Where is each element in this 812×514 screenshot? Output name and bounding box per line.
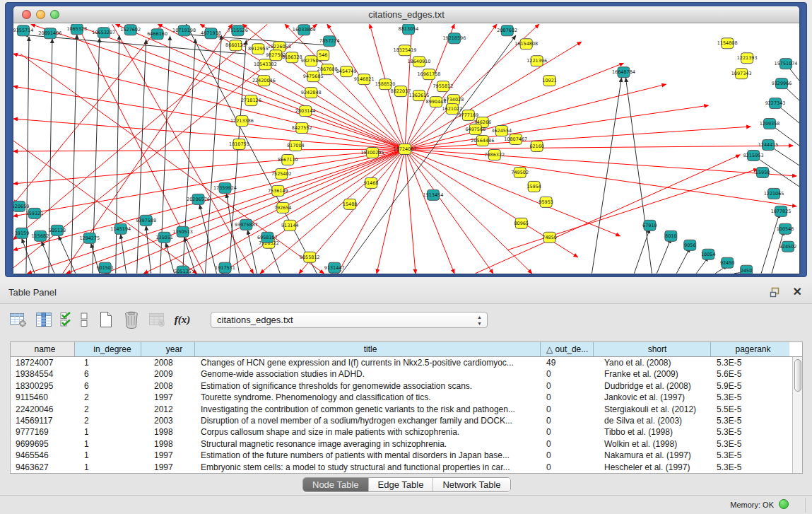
network-node[interactable]: 17359924 xyxy=(213,182,237,193)
network-node[interactable]: 100548 xyxy=(777,223,794,234)
table-row[interactable]: 969969511998Structural magnetic resonanc… xyxy=(11,438,802,450)
table-scrollbar[interactable] xyxy=(792,357,802,473)
network-node[interactable]: 2087682 xyxy=(497,25,517,36)
network-node[interactable]: 10054 xyxy=(701,249,716,259)
network-node[interactable]: 19218596 xyxy=(442,33,466,44)
table-select-dropdown[interactable]: citations_edges.txt ▲▼ xyxy=(211,312,488,328)
network-node[interactable]: 1294275 xyxy=(79,233,100,243)
network-node[interactable]: 913144 xyxy=(281,220,299,230)
network-node[interactable]: 1917531 xyxy=(215,262,235,273)
network-node[interactable]: 8813054 xyxy=(399,24,419,35)
network-node[interactable]: 8454749 xyxy=(336,66,357,77)
network-node[interactable]: 8215953 xyxy=(743,150,764,160)
network-node[interactable]: 501501 xyxy=(96,262,114,273)
network-node[interactable]: 792654 xyxy=(274,202,292,213)
network-node[interactable]: 16961758 xyxy=(417,69,440,80)
network-node[interactable]: 91468 xyxy=(364,177,379,188)
network-node[interactable]: 16648784 xyxy=(612,67,635,78)
network-node[interactable]: 20691406 xyxy=(38,28,61,39)
network-node[interactable]: 8667110 xyxy=(278,154,298,165)
network-node[interactable]: 1810755 xyxy=(229,139,249,150)
network-node[interactable]: 10653287 xyxy=(92,28,115,38)
float-panel-icon[interactable] xyxy=(769,286,781,298)
network-node[interactable]: 1077825 xyxy=(771,206,792,216)
network-node[interactable]: 15954 xyxy=(526,181,541,192)
network-node[interactable]: 9329966 xyxy=(772,78,792,89)
table-row[interactable]: 946554611997Estimation of the future num… xyxy=(11,450,802,461)
network-node[interactable]: 18640910 xyxy=(407,57,430,67)
network-node[interactable]: 1065328 xyxy=(66,24,87,35)
network-node[interactable]: 2450 xyxy=(741,265,753,274)
network-node[interactable]: 39159 xyxy=(15,228,30,238)
show-column-icon[interactable] xyxy=(34,310,54,329)
network-node[interactable]: 9355714 xyxy=(13,25,33,36)
network-node[interactable]: 1145194 xyxy=(110,223,131,234)
network-node[interactable]: 16033809 xyxy=(293,25,316,35)
network-node[interactable]: 2803144 xyxy=(295,106,316,117)
network-node[interactable]: 20206576 xyxy=(187,194,210,204)
network-node[interactable]: 8010 xyxy=(665,230,677,241)
table-row[interactable]: 2242004622012Investigating the contribut… xyxy=(11,404,802,415)
network-node[interactable]: 9227343 xyxy=(765,98,786,109)
network-node[interactable]: 749502 xyxy=(511,167,529,177)
network-node[interactable]: 1097343 xyxy=(731,69,752,79)
table-row[interactable]: 946362711997Embryonic stem cells: a mode… xyxy=(11,462,802,473)
network-node[interactable]: 115682 xyxy=(32,230,49,241)
column-header-title[interactable]: title xyxy=(195,342,541,356)
table-row[interactable]: 1830029562008Estimation of significance … xyxy=(11,380,802,392)
network-node[interactable]: 16154808 xyxy=(514,39,538,49)
column-header-in_degree[interactable]: in_degree xyxy=(75,342,141,356)
network-node[interactable]: 1221393 xyxy=(737,53,758,64)
column-header-short[interactable]: short xyxy=(594,342,711,356)
network-node[interactable]: 74850 xyxy=(542,232,557,243)
network-node[interactable]: 10719198 xyxy=(172,25,196,36)
network-window[interactable]: citations_edges.txt 18724007183002958660… xyxy=(13,6,799,274)
network-node[interactable]: 1154808 xyxy=(717,38,738,49)
column-header-year[interactable]: year xyxy=(141,342,195,356)
network-node[interactable]: 9055812 xyxy=(300,252,320,262)
table-row[interactable]: 977716911998Corpus callosum shape and si… xyxy=(11,426,802,438)
column-header-out_de[interactable]: △ out_de... xyxy=(541,342,594,356)
table-row[interactable]: 911546021997Tourette syndrome. Phenomeno… xyxy=(11,392,802,403)
tab-network-table[interactable]: Network Table xyxy=(433,478,510,491)
network-node[interactable]: 80965 xyxy=(514,218,529,228)
network-node[interactable]: 15751074 xyxy=(775,59,798,69)
network-node[interactable]: 9146821 xyxy=(354,74,375,85)
network-node[interactable]: 92450 xyxy=(720,257,735,268)
network-node[interactable]: 1244415 xyxy=(758,140,779,151)
table-scrollbar-thumb[interactable] xyxy=(794,359,801,392)
tab-node-table[interactable]: Node Table xyxy=(303,478,369,491)
network-node[interactable]: 159321 xyxy=(26,208,44,218)
network-node[interactable]: 62160 xyxy=(529,141,544,152)
network-node[interactable]: 546 xyxy=(317,50,329,61)
close-panel-icon[interactable]: ✕ xyxy=(793,285,802,298)
network-node[interactable]: 18325419 xyxy=(394,45,417,56)
network-node[interactable]: 135051 xyxy=(155,232,173,243)
network-node[interactable]: 15488 xyxy=(343,199,358,209)
function-builder-icon[interactable]: f(x) xyxy=(172,310,192,329)
network-node[interactable]: 1209358 xyxy=(760,119,780,129)
network-node[interactable]: 505138 xyxy=(49,225,66,235)
select-all-icon[interactable] xyxy=(59,310,72,329)
network-node[interactable]: 2718126 xyxy=(241,95,261,106)
table-row[interactable]: 1456911722003Disruption of a novel membe… xyxy=(11,415,802,426)
network-node[interactable]: 10807467 xyxy=(504,134,527,145)
network-node[interactable]: 7536149 xyxy=(268,185,288,196)
tab-edge-table[interactable]: Edge Table xyxy=(369,478,434,491)
network-node[interactable]: 9056 xyxy=(684,240,696,250)
network-canvas[interactable]: 1872400718300295866012389129551822605898… xyxy=(13,24,799,274)
network-node[interactable]: 1221065 xyxy=(764,188,784,199)
column-header-name[interactable]: name xyxy=(11,342,75,356)
table-row[interactable]: 1938455462009Genome-wide association stu… xyxy=(11,368,802,380)
network-node[interactable]: 15958 xyxy=(755,167,770,177)
network-view[interactable]: 1872400718300295866012389129551822605898… xyxy=(13,24,799,274)
network-node[interactable]: 7986322 xyxy=(484,149,505,160)
network-node[interactable]: 67919 xyxy=(642,220,657,230)
network-node[interactable]: 9131447 xyxy=(324,262,345,273)
network-node[interactable]: 95953 xyxy=(539,197,553,207)
network-node[interactable]: 10921 xyxy=(542,76,557,86)
table-row[interactable]: 1872400712008Changes of HCN gene express… xyxy=(11,357,802,368)
network-window-titlebar[interactable]: citations_edges.txt xyxy=(13,6,799,23)
unselect-all-icon[interactable] xyxy=(78,310,90,329)
network-node[interactable]: 7525402 xyxy=(271,168,292,179)
